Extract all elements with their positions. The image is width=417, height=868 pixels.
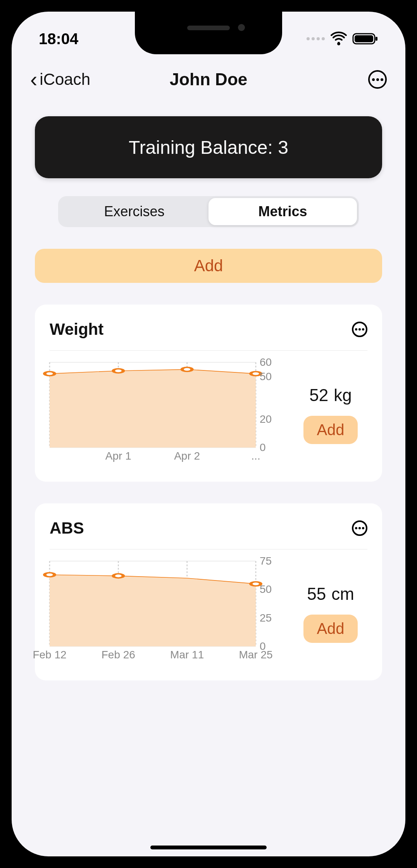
metric-add-button[interactable]: Add xyxy=(303,416,357,444)
segmented-control: Exercises Metrics xyxy=(58,196,359,227)
signal-dots-icon xyxy=(307,37,325,40)
battery-icon xyxy=(353,33,378,45)
x-tick: ... xyxy=(251,450,260,462)
svg-point-12 xyxy=(45,372,55,376)
wifi-icon xyxy=(331,33,346,45)
metric-value-number: 52 xyxy=(309,386,328,405)
chart-plot xyxy=(50,561,256,646)
metric-value-unit: cm xyxy=(331,584,354,604)
metric-chart: 0205060Apr 1Apr 2... xyxy=(50,362,279,463)
more-button[interactable] xyxy=(368,70,387,89)
svg-rect-2 xyxy=(355,35,373,42)
svg-point-15 xyxy=(251,372,261,376)
chart-y-axis: 0255075 xyxy=(260,561,279,646)
page-title: John Doe xyxy=(170,70,247,89)
metric-title: Weight xyxy=(50,320,103,339)
tab-exercises[interactable]: Exercises xyxy=(60,198,208,225)
metric-value-number: 55 xyxy=(307,584,326,604)
metric-card: Weight0205060Apr 1Apr 2...52kgAdd xyxy=(35,305,382,482)
device-frame: 18:04 ‹ iCoach xyxy=(0,0,417,868)
metric-head: ABS xyxy=(50,519,367,549)
back-label: iCoach xyxy=(40,70,90,89)
chart-x-axis: Feb 12Feb 26Mar 11Mar 25 xyxy=(50,649,256,664)
status-right xyxy=(307,33,378,45)
nav-header: ‹ iCoach John Doe xyxy=(12,58,405,101)
device-notch xyxy=(135,12,282,54)
metric-title: ABS xyxy=(50,519,84,537)
x-tick: Mar 25 xyxy=(239,649,272,661)
chart-x-axis: Apr 1Apr 2... xyxy=(50,450,256,465)
metric-head: Weight xyxy=(50,320,367,351)
metrics-list: Weight0205060Apr 1Apr 2...52kgAddABS0255… xyxy=(12,305,405,680)
tab-metrics[interactable]: Metrics xyxy=(208,198,357,225)
svg-point-24 xyxy=(45,573,55,577)
svg-point-26 xyxy=(251,582,261,586)
screen: 18:04 ‹ iCoach xyxy=(12,12,405,856)
svg-point-14 xyxy=(182,367,192,372)
metric-add-button[interactable]: Add xyxy=(303,615,357,643)
home-indicator[interactable] xyxy=(150,846,267,849)
metric-value: 55cm xyxy=(307,584,354,604)
x-tick: Feb 12 xyxy=(33,649,66,661)
metric-value-unit: kg xyxy=(334,386,352,405)
x-tick: Feb 26 xyxy=(102,649,135,661)
back-button[interactable]: ‹ iCoach xyxy=(30,69,90,90)
y-tick: 50 xyxy=(260,370,272,383)
metric-side: 52kgAdd xyxy=(294,362,367,463)
svg-point-13 xyxy=(114,369,124,373)
training-balance-banner[interactable]: Training Balance: 3 xyxy=(35,116,382,178)
tab-label: Exercises xyxy=(104,203,164,220)
metric-value: 52kg xyxy=(309,386,352,405)
add-metric-button[interactable]: Add xyxy=(35,249,382,283)
svg-point-25 xyxy=(114,574,124,578)
y-tick: 0 xyxy=(260,441,266,454)
metric-side: 55cmAdd xyxy=(294,561,367,662)
x-tick: Apr 1 xyxy=(105,450,131,462)
y-tick: 60 xyxy=(260,356,272,369)
metric-body: 0205060Apr 1Apr 2...52kgAdd xyxy=(50,351,367,463)
metric-more-button[interactable] xyxy=(352,322,367,337)
banner-text: Training Balance: 3 xyxy=(129,137,288,158)
tab-label: Metrics xyxy=(258,203,307,220)
y-tick: 75 xyxy=(260,555,272,567)
chart-plot xyxy=(50,362,256,448)
status-time: 18:04 xyxy=(39,30,78,48)
chevron-left-icon: ‹ xyxy=(30,69,37,90)
chart-y-axis: 0205060 xyxy=(260,362,279,448)
metric-card: ABS0255075Feb 12Feb 26Mar 11Mar 2555cmAd… xyxy=(35,503,382,680)
y-tick: 20 xyxy=(260,413,272,425)
svg-rect-3 xyxy=(376,37,377,41)
metric-more-button[interactable] xyxy=(352,520,367,536)
y-tick: 25 xyxy=(260,612,272,624)
y-tick: 50 xyxy=(260,583,272,596)
x-tick: Apr 2 xyxy=(174,450,200,462)
metric-body: 0255075Feb 12Feb 26Mar 11Mar 2555cmAdd xyxy=(50,549,367,662)
add-label: Add xyxy=(194,257,223,275)
svg-point-0 xyxy=(338,42,340,44)
metric-chart: 0255075Feb 12Feb 26Mar 11Mar 25 xyxy=(50,561,279,662)
x-tick: Mar 11 xyxy=(170,649,204,661)
